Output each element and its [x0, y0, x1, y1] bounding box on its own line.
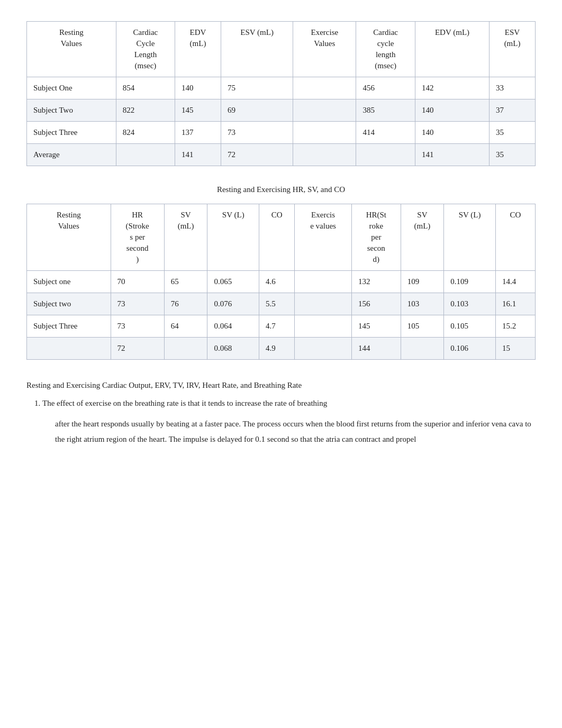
table-cell: 456 — [356, 77, 415, 99]
table-cell: 145 — [351, 315, 401, 338]
table-cell: 64 — [164, 315, 207, 338]
table-cell: 141 — [175, 144, 221, 166]
table-cell: Subject One — [27, 77, 116, 99]
t2-col-hr: HR(Strokes persecond) — [111, 204, 164, 271]
table-cell: 144 — [351, 338, 401, 360]
table-cell: 37 — [490, 99, 536, 122]
table-cell: 385 — [356, 99, 415, 122]
col-header-edv-ml-ex: EDV (mL) — [415, 22, 489, 77]
table-cell: 15.2 — [495, 315, 535, 338]
section-title: Resting and Exercising HR, SV, and CO — [26, 185, 536, 194]
col-header-esv-ml: ESV (mL) — [221, 22, 293, 77]
table-cell — [295, 338, 352, 360]
table-cell: 72 — [111, 338, 164, 360]
table-cell: 69 — [221, 99, 293, 122]
t2-col-resting: RestingValues — [27, 204, 111, 271]
indent-paragraph: after the heart responds usually by beat… — [55, 416, 536, 447]
table-cell: 35 — [490, 122, 536, 144]
table-cell: Subject Three — [27, 122, 116, 144]
col-header-exercise-values: ExerciseValues — [293, 22, 356, 77]
t2-col-hr-ex: HR(Strokepersecond) — [351, 204, 401, 271]
table-cell: 0.103 — [444, 293, 496, 315]
table-cell — [356, 144, 415, 166]
table-cell: 16.1 — [495, 293, 535, 315]
table-cell: 137 — [175, 122, 221, 144]
table-cell: 35 — [490, 144, 536, 166]
table-cell: 75 — [221, 77, 293, 99]
col-header-edv-ml: EDV(mL) — [175, 22, 221, 77]
text-title: Resting and Exercising Cardiac Output, E… — [26, 379, 536, 393]
table-cell: 4.6 — [259, 271, 295, 293]
list-item-1: The effect of exercise on the breathing … — [42, 397, 536, 447]
table-cell: Average — [27, 144, 116, 166]
table-cell: 822 — [116, 99, 175, 122]
table-cell: 0.109 — [444, 271, 496, 293]
col-header-resting-values: RestingValues — [27, 22, 116, 77]
t2-col-sv-l: SV (L) — [207, 204, 259, 271]
table-cell: 140 — [175, 77, 221, 99]
table-cell: 156 — [351, 293, 401, 315]
table-cell: 5.5 — [259, 293, 295, 315]
table-cell: 4.9 — [259, 338, 295, 360]
table-cell — [293, 99, 356, 122]
table-cell: 109 — [401, 271, 444, 293]
table-cell: 140 — [415, 122, 489, 144]
t2-col-sv-l-ex: SV (L) — [444, 204, 496, 271]
table-cell: 141 — [415, 144, 489, 166]
table-cell: 0.105 — [444, 315, 496, 338]
text-block: Resting and Exercising Cardiac Output, E… — [26, 379, 536, 447]
table-cell: 0.106 — [444, 338, 496, 360]
table-cell: 73 — [111, 293, 164, 315]
table-cell: 73 — [111, 315, 164, 338]
table-cell: 70 — [111, 271, 164, 293]
table-cell: 65 — [164, 271, 207, 293]
table-cell — [293, 122, 356, 144]
table-cell: 0.068 — [207, 338, 259, 360]
table-cell: 33 — [490, 77, 536, 99]
table-cell: Subject two — [27, 293, 111, 315]
table-cell: 0.076 — [207, 293, 259, 315]
table-cell: Subject Two — [27, 99, 116, 122]
t2-col-sv-ml: SV(mL) — [164, 204, 207, 271]
table-cell — [164, 338, 207, 360]
table-cell: 105 — [401, 315, 444, 338]
table1-wrapper: RestingValues CardiacCycleLength(msec) E… — [26, 21, 536, 166]
table-cell: 4.7 — [259, 315, 295, 338]
table-cell: 76 — [164, 293, 207, 315]
table-cell — [401, 338, 444, 360]
table-cell: 103 — [401, 293, 444, 315]
table-cell — [27, 338, 111, 360]
table-cell: 0.065 — [207, 271, 259, 293]
table-cell: 72 — [221, 144, 293, 166]
table-cell: 15 — [495, 338, 535, 360]
col-header-cardiac-cycle-length: CardiacCycleLength(msec) — [116, 22, 175, 77]
table-cell: Subject one — [27, 271, 111, 293]
table-cell: 142 — [415, 77, 489, 99]
table-cell: 414 — [356, 122, 415, 144]
table-cell: 140 — [415, 99, 489, 122]
table-cell — [293, 77, 356, 99]
hr-sv-co-table: RestingValues HR(Strokes persecond) SV(m… — [26, 204, 536, 360]
table-cell: 145 — [175, 99, 221, 122]
resting-exercise-edv-esv-table: RestingValues CardiacCycleLength(msec) E… — [26, 21, 536, 166]
table-cell: 132 — [351, 271, 401, 293]
table-cell — [295, 293, 352, 315]
table-cell: 854 — [116, 77, 175, 99]
t2-col-exercise: Exercise values — [295, 204, 352, 271]
table-cell: 14.4 — [495, 271, 535, 293]
col-header-esv-ml-ex: ESV(mL) — [490, 22, 536, 77]
table2-wrapper: RestingValues HR(Strokes persecond) SV(m… — [26, 204, 536, 360]
table-cell: Subject Three — [27, 315, 111, 338]
table-cell — [116, 144, 175, 166]
t2-col-co-ex: CO — [495, 204, 535, 271]
table-cell — [295, 315, 352, 338]
table-cell — [295, 271, 352, 293]
t2-col-sv-ml-ex: SV(mL) — [401, 204, 444, 271]
table-cell: 824 — [116, 122, 175, 144]
table-cell: 73 — [221, 122, 293, 144]
col-header-cardiac-cycle-length-ex: Cardiaccyclelength(msec) — [356, 22, 415, 77]
table-cell: 0.064 — [207, 315, 259, 338]
t2-col-co: CO — [259, 204, 295, 271]
table-cell — [293, 144, 356, 166]
